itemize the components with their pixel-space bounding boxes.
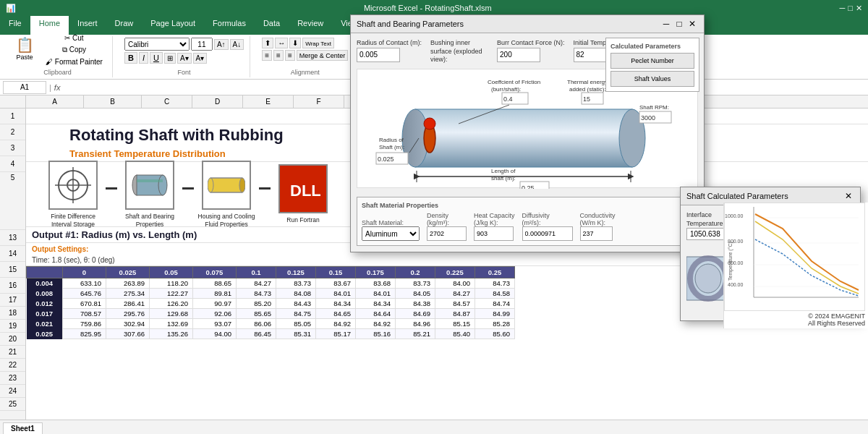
row-15: 15 <box>0 262 25 278</box>
density-input[interactable] <box>427 226 467 241</box>
tab-page-layout[interactable]: Page Layout <box>142 16 204 35</box>
shaft-material-select[interactable]: Aluminum <box>362 226 420 241</box>
font-name-select[interactable]: Calibri <box>124 38 190 51</box>
align-top[interactable]: ⬆ <box>262 38 273 48</box>
dialog-minimize[interactable]: ─ <box>660 18 672 30</box>
excel-frame: 📊 Microsoft Excel - RotatingShaft.xlsm ─… <box>0 0 868 434</box>
bushing-surface-label: Bushing inner surface (exploded view): <box>430 39 488 64</box>
italic-button[interactable]: I <box>139 52 148 64</box>
row-24: 24 <box>0 385 25 398</box>
burr-force-group: Burr Contact Force (N): <box>497 39 565 64</box>
svg-text:0.4: 0.4 <box>503 95 513 103</box>
svg-text:Length of: Length of <box>491 168 516 174</box>
file-icon: 📊 <box>6 4 16 13</box>
svg-text:15: 15 <box>583 95 590 103</box>
svg-point-9 <box>208 178 213 192</box>
svg-rect-14 <box>415 109 632 167</box>
fill-color-button[interactable]: A▾ <box>177 53 192 64</box>
paste-button[interactable]: 📋 Paste <box>9 33 41 64</box>
housing-cooling-label: Housing and CoolingFluid Properties <box>198 213 255 227</box>
tab-review[interactable]: Review <box>289 16 332 35</box>
dialog-close-btn[interactable]: ✕ <box>686 18 698 30</box>
name-box[interactable] <box>3 81 46 94</box>
material-row: Shaft Material: Aluminum Density(kg/m³):… <box>362 212 693 241</box>
tab-formulas[interactable]: Formulas <box>204 16 255 35</box>
table-header-01: 0.1 <box>237 267 276 278</box>
material-section-title: Shaft Material Properties <box>362 202 693 209</box>
icon-shaft-bearing[interactable]: Shaft and BearingProperties <box>117 161 182 227</box>
row-23: 23 <box>0 372 25 385</box>
copy-button[interactable]: ⧉ Copy <box>42 44 106 56</box>
border-button[interactable]: ⊞ <box>164 53 176 64</box>
shaft-icon <box>131 172 169 198</box>
align-bottom[interactable]: ⬇ <box>289 38 301 48</box>
shaft-bearing-dialog[interactable]: Shaft and Bearing Parameters ─ □ ✕ Updat… <box>350 14 705 252</box>
table-header-0: 0 <box>63 267 106 278</box>
sheet-title: Rotating Shaft with Rubbing <box>69 126 284 145</box>
cut-button[interactable]: ✂ Cut <box>42 33 106 43</box>
font-size-increase[interactable]: A↑ <box>214 39 229 50</box>
col-A: A <box>26 95 84 108</box>
minimize-icon[interactable]: ─ <box>840 4 846 13</box>
align-center[interactable]: ≡ <box>273 50 284 61</box>
icon-housing-cooling[interactable]: Housing and CoolingFluid Properties <box>194 161 259 227</box>
tab-data[interactable]: Data <box>255 16 289 35</box>
wrap-text[interactable]: Wrap Text <box>302 38 334 48</box>
format-painter-button[interactable]: 🖌 Format Painter <box>42 56 106 67</box>
radius-contact-input[interactable] <box>357 48 400 62</box>
output-header: Output #1: Radius (m) vs. Length (m) <box>32 229 197 240</box>
svg-text:3000: 3000 <box>641 114 655 122</box>
conductivity-input[interactable] <box>580 226 613 241</box>
font-color-button[interactable]: A▾ <box>193 53 208 64</box>
svg-point-18 <box>424 118 435 129</box>
align-left[interactable]: ≡ <box>262 50 272 61</box>
row-3: 3 <box>0 140 25 156</box>
heat-cap-label: Heat Capacity(J/kg K): <box>474 212 515 226</box>
calc-params-title: Calculated Parameters <box>610 43 694 50</box>
sheet-tab-1[interactable]: Sheet1 <box>3 422 43 434</box>
icon-run-fortran[interactable]: DLL Run Fortran <box>271 164 336 224</box>
row-13: 13 <box>0 230 25 246</box>
dialog-maximize[interactable]: □ <box>673 18 685 30</box>
maximize-icon[interactable]: □ <box>848 4 853 13</box>
heat-cap-input[interactable] <box>474 226 514 241</box>
row-19: 19 <box>0 320 25 333</box>
bushing-surface-group: Bushing inner surface (exploded view): <box>430 39 488 64</box>
svg-text:shaft (m):: shaft (m): <box>491 175 516 182</box>
row-20: 20 <box>0 333 25 346</box>
peclet-number-button[interactable]: Peclet Number <box>610 53 694 69</box>
svg-text:Shaft RPM:: Shaft RPM: <box>639 104 669 111</box>
font-size-input[interactable] <box>191 38 213 51</box>
merge-center[interactable]: Merge & Center <box>297 50 349 61</box>
ribbon-alignment-group: ⬆ ↔ ⬇ Wrap Text ≡ ≡ ≡ Merge & Center Ali… <box>256 36 354 77</box>
density-label: Density(kg/m³): <box>427 212 467 226</box>
diffusivity-input[interactable] <box>522 226 573 241</box>
connector-1 <box>106 187 117 190</box>
underline-button[interactable]: U <box>150 52 163 64</box>
svg-point-10 <box>239 178 245 192</box>
dll-icon: DLL <box>284 170 322 208</box>
shaft-values-button[interactable]: Shaft Values <box>610 71 694 87</box>
burr-force-input[interactable] <box>497 48 540 62</box>
row-2: 2 <box>0 124 25 140</box>
align-middle[interactable]: ↔ <box>275 38 288 48</box>
ribbon-clipboard-group: 📋 Paste ✂ Cut ⧉ Copy 🖌 Format Painter Cl… <box>3 36 113 77</box>
bold-button[interactable]: B <box>124 52 137 64</box>
col-D: D <box>192 95 243 108</box>
row-5-to-12: 5 <box>0 172 25 230</box>
table-row: 0.017708.57295.76129.6892.0685.6584.7584… <box>27 309 515 319</box>
heat-cap-group: Heat Capacity(J/kg K): <box>474 212 515 241</box>
conductivity-group: Conductivity(W/m K): <box>580 212 616 241</box>
row-4: 4 <box>0 156 25 172</box>
align-right[interactable]: ≡ <box>285 50 295 61</box>
col-C: C <box>142 95 192 108</box>
svg-text:0.025: 0.025 <box>378 156 394 163</box>
close-icon[interactable]: ✕ <box>856 4 862 13</box>
table-row: 0.021759.86302.94132.6993.0786.0685.0584… <box>27 319 515 329</box>
icon-finite-diff[interactable]: Finite DifferenceInterval Storage <box>41 161 106 227</box>
font-size-decrease[interactable]: A↓ <box>230 39 244 50</box>
row-1: 1 <box>0 109 25 124</box>
table-header-0225: 0.225 <box>435 267 475 278</box>
tab-draw[interactable]: Draw <box>106 16 142 35</box>
row-21: 21 <box>0 346 25 359</box>
